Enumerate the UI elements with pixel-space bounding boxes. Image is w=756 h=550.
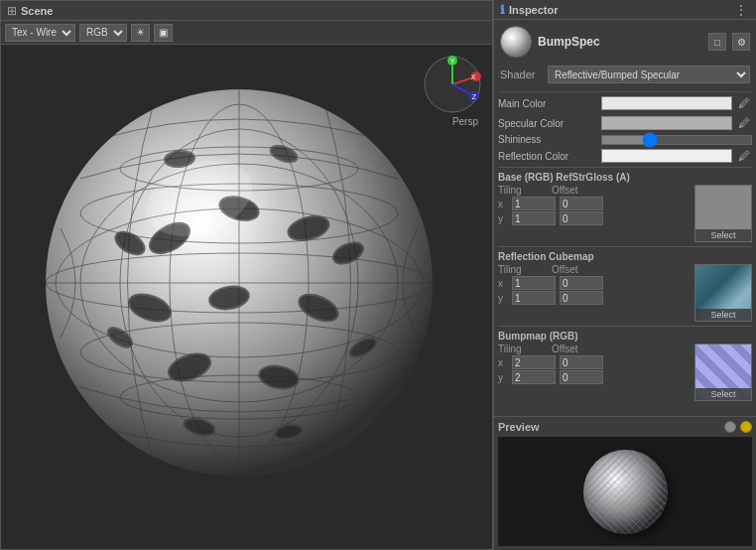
cubemap-tiling-label: Tiling — [498, 264, 548, 275]
bumpmap-tiling-header: Tiling Offset — [498, 344, 691, 354]
base-texture-block: Tiling Offset x y — [498, 185, 752, 242]
tex-wire-select[interactable]: Tex - Wire — [5, 24, 75, 42]
inspector-title-group: ℹ Inspector — [500, 3, 559, 17]
material-header: BumpSpec □ ⚙ — [498, 24, 752, 60]
preview-sphere — [583, 450, 668, 534]
base-y-axis: y — [498, 213, 508, 224]
preview-dot-yellow[interactable] — [740, 421, 752, 433]
scene-toolbar: Tex - Wire RGB ☀ ▣ — [1, 21, 492, 45]
base-offset-label: Offset — [552, 185, 601, 196]
bumpmap-y-tiling[interactable] — [512, 370, 556, 384]
bumpmap-offset-label: Offset — [552, 344, 601, 354]
bumpmap-x-offset[interactable] — [560, 355, 603, 369]
reflection-cubemap-props: Tiling Offset x y — [498, 264, 691, 322]
bumpmap-y-offset[interactable] — [560, 370, 603, 384]
preview-dot-gray[interactable] — [724, 421, 736, 433]
reflection-color-swatch[interactable] — [601, 149, 732, 163]
specular-color-swatch[interactable] — [601, 116, 732, 130]
preview-header: Preview — [498, 421, 752, 433]
inspector-icon: ℹ — [500, 3, 505, 17]
cubemap-y-row: y — [498, 291, 691, 305]
divider-3 — [498, 246, 752, 247]
material-file-btn[interactable]: □ — [708, 33, 726, 51]
base-y-tiling[interactable] — [512, 211, 556, 225]
cubemap-x-offset[interactable] — [560, 276, 603, 290]
bumpmap-section: Bumpmap (RGB) Tiling Offset x — [498, 331, 752, 401]
shader-label: Shader — [500, 69, 544, 80]
base-texture-props: Tiling Offset x y — [498, 185, 691, 242]
material-settings-btn[interactable]: ⚙ — [732, 33, 750, 51]
layer-btn[interactable]: ▣ — [154, 24, 173, 42]
scene-viewport: X Y Z Persp — [1, 45, 492, 549]
reflection-cubemap-block: Tiling Offset x y — [498, 264, 752, 322]
inspector-header: ℹ Inspector ⋮ — [494, 0, 756, 20]
preview-section: Preview — [494, 416, 756, 550]
scene-icon: ⊞ — [7, 4, 17, 18]
bumpmap-x-axis: x — [498, 357, 508, 368]
base-x-tiling[interactable] — [512, 197, 556, 210]
main-color-row: Main Color 🖉 — [498, 94, 752, 112]
bumpmap-select-btn[interactable]: Select — [695, 388, 751, 400]
cubemap-x-axis: x — [498, 278, 508, 289]
main-color-swatch[interactable] — [601, 96, 732, 110]
reflection-cubemap-section: Reflection Cubemap Tiling Offset x — [498, 251, 752, 322]
specular-color-eyedropper[interactable]: 🖉 — [736, 115, 752, 131]
specular-color-row: Specular Color 🖉 — [498, 114, 752, 132]
main-color-eyedropper[interactable]: 🖉 — [736, 95, 752, 111]
divider-4 — [498, 326, 752, 327]
inspector-title-text: Inspector — [509, 4, 559, 16]
specular-color-label: Specular Color — [498, 118, 597, 129]
divider-1 — [498, 91, 752, 92]
gizmo: X Y Z — [423, 55, 482, 114]
reflection-cubemap-title: Reflection Cubemap — [498, 251, 752, 262]
cubemap-select-btn[interactable]: Select — [695, 309, 751, 321]
bumpmap-x-tiling[interactable] — [512, 355, 556, 369]
cubemap-texture-thumbnail[interactable]: Select — [694, 264, 752, 322]
base-texture-section: Base (RGB) RefStrGloss (A) Tiling Offset… — [498, 172, 752, 242]
shininess-slider[interactable] — [601, 135, 752, 145]
bumpmap-title: Bumpmap (RGB) — [498, 331, 752, 342]
reflection-color-row: Reflection Color 🖉 — [498, 147, 752, 165]
shininess-row: Shininess — [498, 134, 752, 145]
shader-row: Shader Reflective/Bumped Specular — [498, 64, 752, 85]
scene-header: ⊞ Scene — [1, 1, 492, 21]
base-x-offset[interactable] — [560, 197, 603, 210]
scene-panel: ⊞ Scene Tex - Wire RGB ☀ ▣ — [0, 0, 493, 550]
sun-btn[interactable]: ☀ — [131, 24, 150, 42]
base-texture-title: Base (RGB) RefStrGloss (A) — [498, 172, 752, 183]
main-layout: ⊞ Scene Tex - Wire RGB ☀ ▣ — [0, 0, 756, 550]
inspector-panel: ℹ Inspector ⋮ BumpSpec □ ⚙ Shader Reflec… — [493, 0, 756, 550]
shader-select[interactable]: Reflective/Bumped Specular — [548, 66, 750, 83]
preview-title: Preview — [498, 421, 540, 433]
material-icon — [500, 26, 532, 58]
bumpmap-texture-thumbnail[interactable]: Select — [694, 344, 752, 401]
cubemap-y-offset[interactable] — [560, 291, 603, 305]
bumpmap-tiling-label: Tiling — [498, 344, 548, 354]
bumpmap-props: Tiling Offset x y — [498, 344, 691, 401]
divider-2 — [498, 167, 752, 168]
scene-bg: X Y Z Persp — [1, 45, 492, 549]
base-select-btn[interactable]: Select — [695, 229, 751, 241]
shininess-label: Shininess — [498, 134, 597, 145]
base-texture-thumbnail[interactable]: Select — [694, 185, 752, 242]
cubemap-x-tiling[interactable] — [512, 276, 556, 290]
base-y-offset[interactable] — [560, 211, 603, 225]
cubemap-y-tiling[interactable] — [512, 291, 556, 305]
rgb-select[interactable]: RGB — [79, 24, 127, 42]
bumpmap-y-row: y — [498, 370, 691, 384]
base-tiling-header: Tiling Offset — [498, 185, 691, 196]
persp-label: Persp — [452, 116, 478, 127]
base-tiling-label: Tiling — [498, 185, 548, 196]
inspector-menu[interactable]: ⋮ — [734, 2, 750, 18]
preview-viewport — [498, 437, 752, 546]
scene-sphere-svg — [21, 60, 467, 506]
bumpmap-x-row: x — [498, 355, 691, 369]
material-name: BumpSpec — [538, 35, 702, 49]
bumpmap-y-axis: y — [498, 372, 508, 383]
reflection-color-eyedropper[interactable]: 🖉 — [736, 148, 752, 164]
svg-text:X: X — [471, 73, 476, 80]
base-x-axis: x — [498, 199, 508, 209]
cubemap-y-axis: y — [498, 293, 508, 304]
base-x-row: x — [498, 197, 691, 210]
scene-title: Scene — [21, 5, 53, 17]
